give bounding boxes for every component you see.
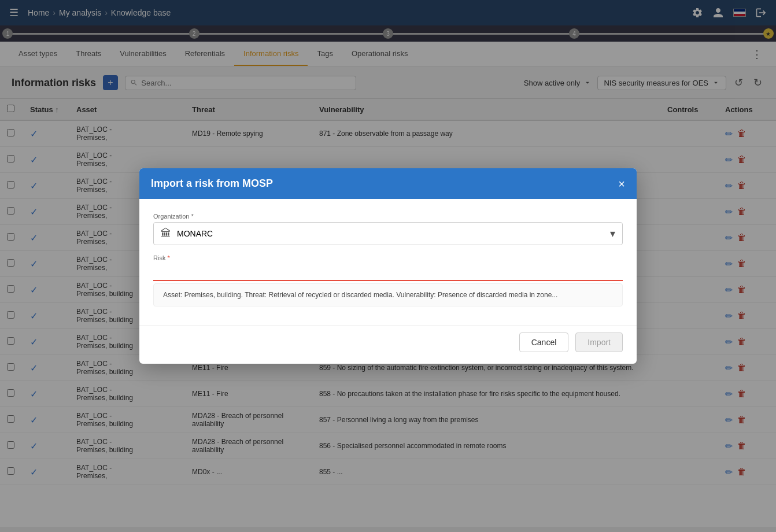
- modal-footer: Cancel Import: [139, 325, 637, 364]
- modal-title: Import a risk from MOSP: [151, 178, 273, 190]
- bank-icon: 🏛: [161, 228, 171, 240]
- modal-overlay[interactable]: Import a risk from MOSP × Organization *…: [0, 0, 776, 527]
- org-form-group: Organization * 🏛 ▾: [153, 213, 623, 245]
- import-button[interactable]: Import: [575, 332, 623, 352]
- modal-body: Organization * 🏛 ▾ Risk * Asset: Premise…: [139, 199, 637, 325]
- org-label: Organization *: [153, 213, 623, 220]
- import-modal: Import a risk from MOSP × Organization *…: [139, 168, 637, 364]
- required-marker: *: [167, 254, 169, 261]
- risk-form-group: Risk * Asset: Premises, building. Threat…: [153, 254, 623, 306]
- org-chevron-icon[interactable]: ▾: [610, 227, 615, 240]
- org-input[interactable]: [177, 229, 604, 238]
- org-field: 🏛 ▾: [153, 222, 623, 245]
- risk-input[interactable]: [153, 264, 623, 281]
- risk-label: Risk *: [153, 254, 623, 261]
- cancel-button[interactable]: Cancel: [519, 332, 569, 352]
- risk-suggestion[interactable]: Asset: Premises, building. Threat: Retri…: [153, 283, 623, 306]
- modal-header: Import a risk from MOSP ×: [139, 168, 637, 199]
- modal-close-button[interactable]: ×: [618, 178, 625, 190]
